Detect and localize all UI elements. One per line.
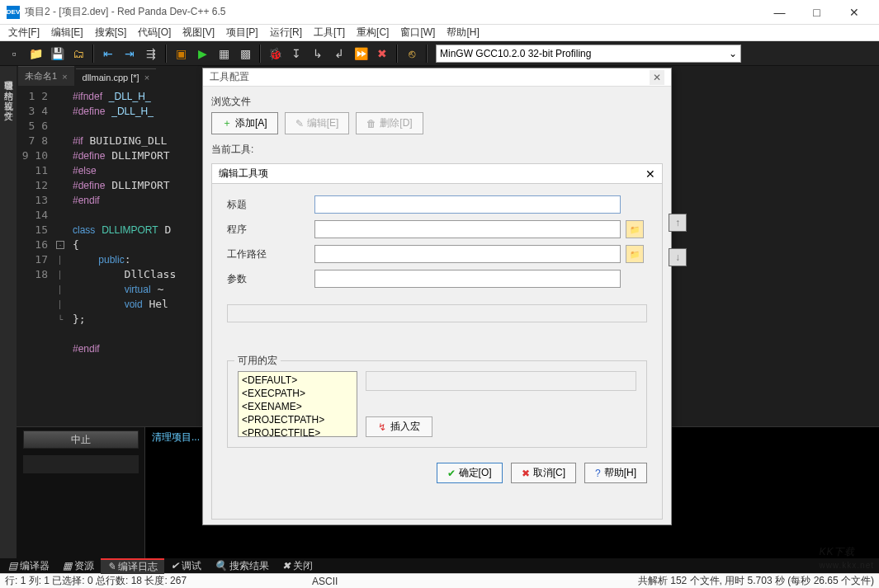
macro-item[interactable]: <PROJECTFILE>	[240, 426, 355, 437]
ok-button[interactable]: ✔确定[O]	[437, 463, 503, 483]
macro-item[interactable]: <DEFAULT>	[240, 374, 355, 387]
bottom-tab[interactable]: ✎编译日志	[101, 558, 164, 574]
compiler-combo-text: MinGW GCC10.2.0 32-bit Profiling	[440, 48, 591, 59]
inner-close-icon[interactable]: ✕	[645, 167, 655, 181]
delete-button[interactable]: 🗑删除[D]	[356, 112, 423, 134]
stop-icon[interactable]: ✖	[371, 43, 393, 64]
status-encoding: ASCII	[312, 576, 338, 587]
forward-icon[interactable]: ⇥	[119, 43, 140, 64]
bottom-tab[interactable]: ✔调试	[164, 559, 208, 573]
move-up-button[interactable]: ↑	[669, 214, 687, 232]
indent-icon[interactable]: ⇶	[140, 43, 162, 64]
menu-item[interactable]: 视图[V]	[177, 24, 220, 41]
help-icon: ?	[595, 468, 601, 479]
trash-icon: 🗑	[366, 118, 376, 129]
side-tab[interactable]: 监视	[0, 89, 17, 99]
save-icon[interactable]: 💾	[46, 43, 68, 64]
back-icon[interactable]: ⇤	[97, 43, 119, 64]
menu-item[interactable]: 帮助[H]	[442, 24, 484, 41]
side-tab[interactable]: 文件	[0, 99, 17, 109]
macro-item[interactable]: <EXENAME>	[240, 400, 355, 413]
debug-icon[interactable]: 🐞	[264, 43, 286, 64]
continue-icon[interactable]: ⏩	[350, 43, 371, 64]
edit-tool-dialog: ↑ ↓ 编辑工具项 ✕ 标题 程序 📁 工作路径 📁 参数 可用的	[211, 163, 663, 520]
chevron-down-icon: ⌄	[729, 48, 737, 59]
edit-button[interactable]: ✎编辑[E]	[285, 112, 350, 134]
minimize-button[interactable]: ―	[761, 0, 798, 25]
pencil-icon: ✎	[295, 118, 304, 129]
tab-close-icon[interactable]: ×	[62, 72, 67, 82]
move-down-button[interactable]: ↓	[669, 248, 687, 266]
compile-icon[interactable]: ▣	[170, 43, 191, 64]
program-browse-button[interactable]: 📁	[626, 220, 644, 238]
workdir-label: 工作路径	[227, 247, 310, 261]
help-button[interactable]: ?帮助[H]	[584, 463, 647, 483]
compiler-combo[interactable]: MinGW GCC10.2.0 32-bit Profiling ⌄	[436, 45, 741, 63]
fold-gutter: -││││└	[54, 86, 66, 426]
menu-item[interactable]: 工具[T]	[309, 24, 350, 41]
tab-icon: 🔍	[215, 560, 227, 572]
goto-icon[interactable]: ⎋	[401, 43, 423, 64]
check-icon: ✔	[447, 468, 456, 479]
stop-compile-button[interactable]: 中止	[23, 430, 139, 449]
tab-icon: ▤	[8, 560, 17, 572]
editor-tab[interactable]: 未命名1×	[18, 66, 74, 86]
macro-item[interactable]: <PROJECTPATH>	[240, 413, 355, 426]
tab-close-icon[interactable]: ×	[144, 73, 149, 82]
bottom-tab[interactable]: ▤编译器	[2, 559, 56, 573]
add-button[interactable]: ＋添加[A]	[211, 112, 278, 134]
title-bar: DEV 项目2 - [项目2.dev] - Red Panda Dev-C++ …	[0, 0, 879, 25]
macro-groupbox: 可用的宏 <DEFAULT><EXECPATH><EXENAME><PROJEC…	[227, 360, 647, 448]
program-input[interactable]	[314, 220, 621, 238]
line-gutter: 1 2 3 4 5 6 7 8 9 10 11 12 13 14 15 16 1…	[17, 86, 54, 426]
title-label: 标题	[227, 198, 310, 212]
dialog-close-icon[interactable]: ✕	[650, 70, 664, 85]
compile-run-icon[interactable]: ▦	[213, 43, 234, 64]
tab-icon: ✎	[107, 561, 116, 572]
bottom-tab[interactable]: ▦资源	[56, 559, 101, 573]
title-input[interactable]	[314, 195, 621, 214]
macro-list[interactable]: <DEFAULT><EXECPATH><EXENAME><PROJECTPATH…	[238, 371, 357, 437]
inner-dialog-title: 编辑工具项	[219, 167, 268, 181]
params-label: 参数	[227, 272, 310, 286]
editor-tab[interactable]: dllmain.cpp [*]×	[76, 68, 157, 86]
status-bar: 行: 1 列: 1 已选择: 0 总行数: 18 长度: 267 ASCII 共…	[0, 573, 879, 588]
cross-icon: ✖	[522, 468, 530, 479]
menu-item[interactable]: 窗口[W]	[395, 24, 440, 41]
menu-item[interactable]: 编辑[E]	[46, 24, 88, 41]
save-all-icon[interactable]: 🗂	[68, 43, 89, 64]
menu-item[interactable]: 代码[O]	[133, 24, 176, 41]
step-into-icon[interactable]: ↳	[307, 43, 328, 64]
plus-icon: ＋	[222, 116, 232, 130]
menu-item[interactable]: 搜索[S]	[90, 24, 132, 41]
menu-item[interactable]: 文件[F]	[3, 24, 45, 41]
window-title: 项目2 - [项目2.dev] - Red Panda Dev-C++ 6.5	[25, 5, 225, 19]
macro-legend: 可用的宏	[234, 354, 281, 368]
open-icon[interactable]: 📁	[25, 43, 46, 64]
status-position: 行: 1 列: 1 已选择: 0 总行数: 18 长度: 267	[5, 574, 187, 588]
workdir-input[interactable]	[314, 245, 621, 263]
side-tab[interactable]: 结构	[0, 79, 17, 89]
maximize-button[interactable]: □	[798, 0, 835, 25]
bottom-tab[interactable]: 🔍搜索结果	[208, 559, 276, 573]
menu-item[interactable]: 项目[P]	[221, 24, 263, 41]
menu-item[interactable]: 重构[C]	[352, 24, 394, 41]
rebuild-icon[interactable]: ▩	[234, 43, 256, 64]
workdir-browse-button[interactable]: 📁	[626, 245, 644, 263]
run-icon[interactable]: ▶	[191, 43, 213, 64]
macro-item[interactable]: <EXECPATH>	[240, 387, 355, 400]
bottom-tab[interactable]: ✖关闭	[276, 559, 319, 573]
new-file-icon[interactable]: ▫	[3, 43, 25, 64]
side-tab[interactable]: 项目管理	[0, 69, 17, 79]
close-button[interactable]: ✕	[835, 0, 872, 25]
step-out-icon[interactable]: ↲	[328, 43, 350, 64]
menu-item[interactable]: 运行[R]	[265, 24, 307, 41]
browse-section-label: 浏览文件	[211, 92, 663, 112]
insert-macro-button[interactable]: ↯ 插入宏	[366, 416, 432, 437]
step-over-icon[interactable]: ↧	[286, 43, 307, 64]
params-input[interactable]	[314, 270, 621, 288]
status-parse-info: 共解析 152 个文件, 用时 5.703 秒 (每秒 26.65 个文件)	[638, 574, 874, 588]
progress-bar	[23, 455, 139, 473]
program-label: 程序	[227, 223, 310, 237]
cancel-button[interactable]: ✖取消[C]	[511, 463, 576, 483]
